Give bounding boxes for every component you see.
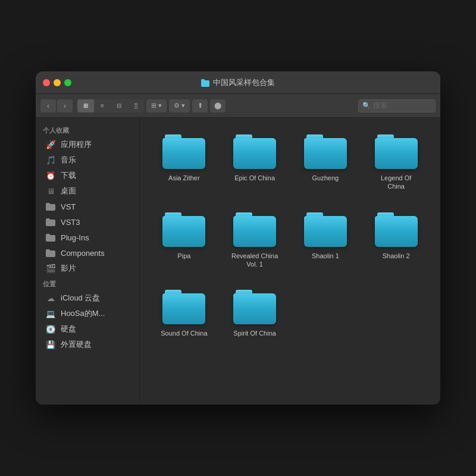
movies-label: 影片 [61, 263, 76, 274]
nav-buttons: ‹ › [40, 99, 73, 112]
folder-icon-legend-of-china [375, 134, 418, 169]
view-columns-btn[interactable]: ⊟ [111, 99, 127, 112]
minimize-button[interactable] [54, 79, 61, 86]
folder-label-pipa: Pipa [177, 252, 190, 260]
music-icon: 🎵 [45, 155, 56, 165]
sidebar: 个人收藏 🚀 应用程序 🎵 音乐 ⏰ 下载 🖥 桌面 VST [36, 118, 140, 405]
folder-icon-guzheng [304, 134, 347, 169]
folder-label-asia-zither: Asia Zither [168, 174, 200, 182]
sidebar-item-vst[interactable]: VST [38, 199, 137, 214]
folder-item-shaolin-2[interactable]: Shaolin 2 [364, 208, 428, 274]
finder-window: 中国风采样包合集 ‹ › ⊞ ≡ ⊟ ⣿ ⊞ ▾ ⚙ ▾ ⬆ ⬤ 🔍 搜索 [36, 71, 440, 405]
folder-title-icon [201, 79, 209, 87]
svg-rect-7 [46, 234, 50, 236]
sidebar-item-plugins[interactable]: Plug-Ins [38, 230, 137, 245]
folder-icon-shaolin-1 [304, 212, 347, 247]
folder-item-guzheng[interactable]: Guzheng [293, 130, 358, 196]
gear-icon: ⚙ [174, 102, 180, 109]
view-icon-btn[interactable]: ⊞ [77, 99, 94, 112]
folder-icon-epic-of-china [233, 134, 276, 169]
svg-rect-3 [46, 203, 50, 205]
sidebar-item-apps[interactable]: 🚀 应用程序 [38, 137, 137, 152]
sidebar-item-movies[interactable]: 🎬 影片 [38, 261, 137, 276]
folder-item-sound-of-china[interactable]: Sound Of China [152, 285, 217, 342]
share-btn[interactable]: ⬆ [192, 99, 208, 112]
search-placeholder: 搜索 [373, 101, 387, 111]
content-area: Asia Zither Epic Of China Guzheng [140, 118, 440, 405]
folder-label-revealed-china: Revealed China Vol. 1 [231, 252, 278, 269]
music-label: 音乐 [61, 155, 76, 165]
view-options-icon: ⊞ [151, 102, 156, 109]
hoosa-icon: 💻 [45, 308, 56, 319]
sidebar-item-music[interactable]: 🎵 音乐 [38, 152, 137, 168]
maximize-button[interactable] [64, 79, 71, 86]
apps-icon: 🚀 [45, 139, 56, 150]
plugins-label: Plug-Ins [61, 233, 89, 242]
folder-item-revealed-china[interactable]: Revealed China Vol. 1 [223, 208, 287, 274]
folder-icon-spirit-of-china [233, 290, 276, 324]
folder-label-shaolin-2: Shaolin 2 [383, 252, 410, 260]
sidebar-item-desktop[interactable]: 🖥 桌面 [38, 183, 137, 199]
folder-item-asia-zither[interactable]: Asia Zither [152, 130, 217, 196]
icloud-icon: ☁ [45, 293, 56, 303]
folder-icon-revealed-china [233, 212, 276, 247]
components-label: Components [61, 249, 105, 258]
sidebar-section-personal: 个人收藏 [36, 123, 139, 137]
sidebar-item-icloud[interactable]: ☁ iCloud 云盘 [38, 290, 137, 306]
gear-chevron: ▾ [181, 102, 185, 109]
components-icon [45, 248, 56, 258]
vst-icon [45, 201, 56, 212]
folder-item-shaolin-1[interactable]: Shaolin 1 [293, 208, 358, 274]
sidebar-item-disk[interactable]: 💽 硬盘 [38, 321, 137, 337]
folder-item-spirit-of-china[interactable]: Spirit Of China [223, 285, 287, 342]
traffic-lights [43, 79, 71, 86]
folder-icon-asia-zither [162, 134, 205, 169]
toolbar: ‹ › ⊞ ≡ ⊟ ⣿ ⊞ ▾ ⚙ ▾ ⬆ ⬤ 🔍 搜索 [36, 94, 440, 118]
vst-label: VST [61, 202, 76, 211]
view-list-btn[interactable]: ≡ [94, 99, 111, 112]
folder-icon-sound-of-china [162, 290, 205, 324]
desktop-icon: 🖥 [45, 186, 56, 196]
downloads-label: 下载 [61, 170, 76, 181]
external-icon: 💾 [45, 339, 56, 350]
folder-label-guzheng: Guzheng [312, 174, 339, 182]
folder-item-pipa[interactable]: Pipa [152, 208, 217, 274]
sidebar-item-vst3[interactable]: VST3 [38, 214, 137, 230]
sidebar-item-external[interactable]: 💾 外置硬盘 [38, 337, 137, 352]
sidebar-item-downloads[interactable]: ⏰ 下载 [38, 168, 137, 183]
disk-icon: 💽 [45, 324, 56, 334]
folder-label-legend-of-china: Legend Of China [372, 174, 420, 191]
search-icon: 🔍 [362, 102, 371, 109]
folder-item-legend-of-china[interactable]: Legend Of China [364, 130, 428, 196]
folder-item-epic-of-china[interactable]: Epic Of China [223, 130, 287, 196]
view-gallery-btn[interactable]: ⣿ [127, 99, 144, 112]
folder-grid: Asia Zither Epic Of China Guzheng [152, 130, 428, 342]
folder-label-sound-of-china: Sound Of China [161, 329, 207, 337]
view-options-chevron: ▾ [158, 102, 162, 109]
sidebar-item-hoosa[interactable]: 💻 HooSa的M... [38, 306, 137, 321]
close-button[interactable] [43, 79, 50, 86]
main-area: 个人收藏 🚀 应用程序 🎵 音乐 ⏰ 下载 🖥 桌面 VST [36, 118, 440, 405]
forward-button[interactable]: › [57, 99, 73, 112]
sidebar-item-components[interactable]: Components [38, 245, 137, 261]
gear-btn[interactable]: ⚙ ▾ [169, 99, 190, 112]
movies-icon: 🎬 [45, 263, 56, 274]
back-button[interactable]: ‹ [40, 99, 56, 112]
sidebar-section-location: 位置 [36, 276, 139, 290]
folder-label-epic-of-china: Epic Of China [234, 174, 275, 182]
plugins-icon [45, 232, 56, 243]
view-buttons: ⊞ ≡ ⊟ ⣿ [77, 99, 144, 112]
vst3-label: VST3 [61, 218, 80, 227]
tag-btn[interactable]: ⬤ [210, 99, 226, 112]
folder-label-spirit-of-china: Spirit Of China [233, 329, 276, 337]
apps-label: 应用程序 [61, 139, 92, 150]
vst3-icon [45, 217, 56, 227]
hoosa-label: HooSa的M... [61, 308, 105, 319]
svg-rect-9 [46, 249, 50, 252]
folder-label-shaolin-1: Shaolin 1 [312, 252, 339, 260]
svg-rect-5 [46, 218, 50, 221]
svg-rect-1 [201, 79, 205, 82]
search-box[interactable]: 🔍 搜索 [358, 99, 436, 112]
view-options-btn[interactable]: ⊞ ▾ [146, 99, 167, 112]
folder-icon-shaolin-2 [375, 212, 418, 247]
